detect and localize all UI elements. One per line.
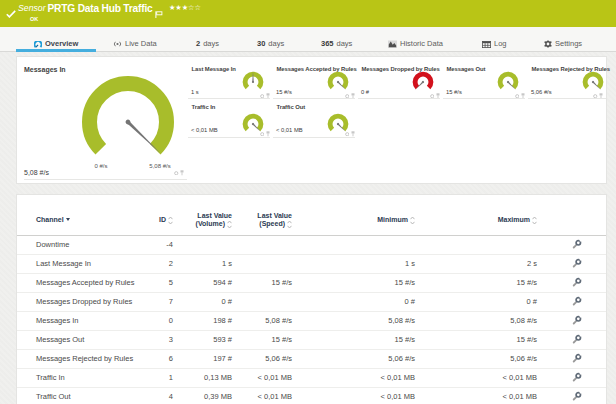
channel-settings-wrench-icon[interactable]	[537, 387, 606, 404]
tab-settings[interactable]: Settings	[544, 38, 582, 50]
filter-caret-icon	[66, 218, 70, 221]
gauge-dial	[582, 71, 604, 93]
gauge-traffic-in: Traffic In < 0,01 MB	[188, 99, 273, 138]
log-table-icon	[482, 41, 491, 48]
gauge-pin-icon[interactable]	[180, 170, 184, 176]
gauge-max-label: 5,08 #/s	[135, 162, 185, 170]
cell-max: 5,08 #/s	[415, 311, 537, 330]
table-row: Traffic Out40,39 MB< 0,01 MB< 0,01 MB< 0…	[17, 387, 606, 404]
cell-channel[interactable]: Downtime	[17, 235, 154, 254]
cell-vol: 198 #	[173, 311, 232, 330]
column-header-tools	[537, 195, 606, 235]
divider	[443, 98, 525, 99]
channel-table: Channel ID Last Value(Volume) Last Value…	[17, 195, 606, 404]
channel-settings-wrench-icon[interactable]	[537, 368, 606, 387]
cell-channel[interactable]: Messages Rejected by Rules	[17, 349, 154, 368]
gauge-messages-out: Messages Out 15 #/s	[443, 57, 528, 99]
cell-id: 7	[154, 292, 173, 311]
tab-label-unit: days	[203, 38, 219, 50]
gauge-dial	[497, 71, 519, 93]
cell-channel[interactable]: Messages Accepted by Rules	[17, 273, 154, 292]
column-header-last-value-volume[interactable]: Last Value(Volume)	[173, 195, 232, 235]
gauge-traffic-out: Traffic Out < 0,01 MB	[273, 99, 358, 138]
star-icon[interactable]: ☆	[194, 3, 200, 12]
area-chart-icon	[388, 40, 397, 48]
cell-channel[interactable]: Last Message In	[17, 254, 154, 273]
cell-vol: 593 #	[173, 330, 232, 349]
cell-channel[interactable]: Messages Out	[17, 330, 154, 349]
column-header-id[interactable]: ID	[154, 195, 173, 235]
gauge-settings-gear-icon[interactable]	[345, 132, 350, 137]
cell-min: 15 #/s	[292, 273, 415, 292]
tab-log[interactable]: Log	[482, 38, 507, 50]
cell-max: < 0,01 MB	[415, 387, 537, 404]
cell-max: < 0,01 MB	[415, 368, 537, 387]
cell-max: 0 #	[415, 292, 537, 311]
cell-speed: 5,08 #/s	[232, 311, 292, 330]
channel-settings-wrench-icon[interactable]	[537, 292, 606, 311]
cell-speed: 15 #/s	[232, 273, 292, 292]
tab-label-number: 30	[257, 38, 265, 50]
channel-settings-wrench-icon[interactable]	[537, 273, 606, 292]
divider	[273, 137, 355, 138]
tab-label-unit: days	[337, 38, 353, 50]
sort-icon[interactable]	[287, 220, 292, 229]
tab-live-data[interactable]: Live Data	[113, 38, 157, 50]
gauge-dial	[412, 71, 434, 93]
table-row: Messages In0198 #5,08 #/s5,08 #/s5,08 #/…	[17, 311, 606, 330]
tab-2-days[interactable]: 2 days	[196, 38, 219, 50]
sort-icon[interactable]	[532, 216, 537, 225]
cell-id: 3	[154, 330, 173, 349]
gauge-title: Messages In	[24, 65, 66, 74]
table-row: Messages Dropped by Rules70 #0 #0 #	[17, 292, 606, 311]
sort-icon[interactable]	[168, 216, 173, 225]
divider	[188, 137, 270, 138]
column-header-last-value-speed[interactable]: Last Value(Speed)	[232, 195, 292, 235]
table-header-row: Channel ID Last Value(Volume) Last Value…	[17, 195, 606, 235]
channel-settings-wrench-icon[interactable]	[537, 349, 606, 368]
sort-icon[interactable]	[410, 216, 415, 225]
cell-vol: 0,39 MB	[173, 387, 232, 404]
cell-id: 6	[154, 349, 173, 368]
channel-settings-wrench-icon[interactable]	[537, 254, 606, 273]
gauge-value: 1 s	[191, 88, 199, 96]
cell-vol: 197 #	[173, 349, 232, 368]
tab-label: Historic Data	[400, 38, 443, 50]
sensor-title[interactable]: PRTG Data Hub Traffic	[48, 3, 153, 14]
gauge-settings-gear-icon[interactable]	[174, 171, 179, 176]
sort-icon[interactable]	[227, 220, 232, 229]
channel-settings-wrench-icon[interactable]	[537, 311, 606, 330]
column-header-maximum[interactable]: Maximum	[415, 195, 537, 235]
channel-settings-wrench-icon[interactable]	[537, 235, 606, 254]
cell-channel[interactable]: Messages Dropped by Rules	[17, 292, 154, 311]
gauge-title: Traffic In	[192, 103, 216, 111]
tab-historic-data[interactable]: Historic Data	[388, 38, 443, 50]
channel-settings-wrench-icon[interactable]	[537, 330, 606, 349]
gauge-messages-dropped: Messages Dropped by Rules 0 #	[358, 57, 443, 99]
cell-id: 2	[154, 254, 173, 273]
cell-vol: 0 #	[173, 292, 232, 311]
column-header-minimum[interactable]: Minimum	[292, 195, 415, 235]
tab-label-number: 365	[321, 38, 334, 50]
gauge-value: 0 #	[361, 88, 369, 96]
cell-channel[interactable]: Traffic Out	[17, 387, 154, 404]
gauge-value: 15 #/s	[276, 88, 292, 96]
gauge-settings-gear-icon[interactable]	[260, 132, 265, 137]
tab-bar: Overview Live Data 2 days 30 days 365 da…	[0, 27, 616, 52]
gauges-panel: Messages In 0 #/s 5,08 #/s 5,08 #/s Last…	[16, 56, 607, 184]
priority-stars[interactable]: ★★★☆☆	[169, 1, 201, 14]
cell-min: < 0,01 MB	[292, 368, 415, 387]
cell-speed	[232, 235, 292, 254]
gauge-messages-in: Messages In 0 #/s 5,08 #/s 5,08 #/s	[17, 57, 187, 183]
tab-365-days[interactable]: 365 days	[321, 38, 352, 50]
cell-speed	[232, 292, 292, 311]
status-ok-check-icon	[6, 4, 16, 22]
column-header-channel[interactable]: Channel	[17, 195, 154, 235]
gauge-dial	[81, 75, 175, 169]
tab-30-days[interactable]: 30 days	[257, 38, 284, 50]
flag-icon[interactable]	[155, 4, 163, 22]
cell-channel[interactable]: Traffic In	[17, 368, 154, 387]
cell-channel[interactable]: Messages In	[17, 311, 154, 330]
cell-vol	[173, 235, 232, 254]
cell-speed: < 0,01 MB	[232, 368, 292, 387]
